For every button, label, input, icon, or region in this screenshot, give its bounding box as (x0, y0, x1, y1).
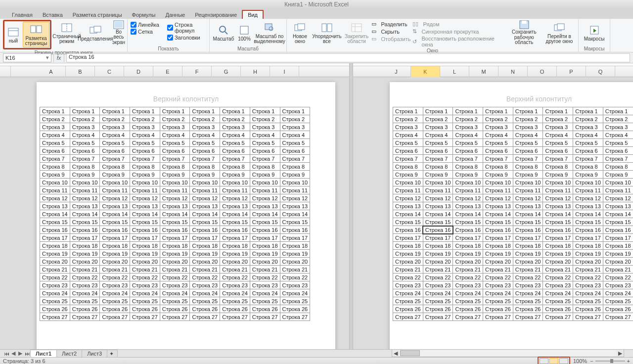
table-row[interactable]: Строка 2Строка 2Строка 2Строка 2Строка 2… (40, 115, 310, 123)
cell[interactable]: Строка 1 (543, 107, 573, 115)
cell[interactable]: Строка 22 (280, 273, 310, 281)
cell[interactable]: Строка 18 (190, 242, 220, 250)
cell[interactable]: Строка 23 (543, 281, 573, 289)
cell[interactable]: Строка 1 (100, 107, 130, 115)
cell[interactable]: Строка 21 (100, 266, 130, 273)
cell[interactable]: Строка 20 (100, 258, 130, 266)
cell[interactable]: Строка 17 (573, 234, 603, 242)
cell[interactable]: Строка 22 (100, 273, 130, 281)
cell[interactable]: Строка 11 (543, 186, 573, 194)
cell[interactable]: Строка 13 (190, 202, 220, 210)
cell[interactable]: Строка 10 (100, 179, 130, 186)
cell[interactable]: Строка 26 (543, 305, 573, 313)
cell[interactable]: Строка 26 (190, 305, 220, 313)
cell[interactable]: Строка 16 (483, 226, 513, 234)
cell[interactable]: Строка 16 (603, 226, 633, 234)
col-header-P[interactable]: P (557, 66, 586, 77)
cell[interactable]: Строка 19 (603, 250, 633, 258)
cell[interactable]: Строка 22 (543, 273, 573, 281)
cell[interactable]: Строка 15 (453, 218, 483, 226)
cell[interactable]: Строка 27 (423, 313, 453, 321)
cell[interactable]: Строка 8 (423, 163, 453, 171)
cell[interactable]: Строка 23 (160, 281, 190, 289)
cell[interactable]: Строка 14 (160, 210, 190, 218)
cell[interactable]: Строка 22 (130, 273, 160, 281)
sheet-tab-new[interactable]: ✦ (107, 350, 118, 358)
cell[interactable]: Строка 11 (513, 186, 543, 194)
col-header-H[interactable]: H (241, 66, 270, 77)
cell[interactable]: Строка 24 (280, 289, 310, 297)
cell[interactable]: Строка 24 (130, 289, 160, 297)
cell[interactable]: Строка 21 (483, 266, 513, 273)
cell[interactable]: Строка 19 (70, 250, 100, 258)
cell[interactable]: Строка 24 (250, 289, 280, 297)
cell[interactable]: Строка 5 (603, 139, 633, 147)
cell[interactable]: Строка 26 (160, 305, 190, 313)
table-row[interactable]: Строка 15Строка 15Строка 15Строка 15Стро… (40, 218, 310, 226)
cell[interactable]: Строка 10 (393, 179, 423, 186)
cell[interactable]: Строка 10 (543, 179, 573, 186)
cell[interactable]: Строка 26 (513, 305, 543, 313)
cell[interactable]: Строка 20 (573, 258, 603, 266)
col-header-Q[interactable]: Q (586, 66, 615, 77)
cell[interactable]: Строка 8 (483, 163, 513, 171)
cell[interactable]: Строка 1 (190, 107, 220, 115)
cell[interactable]: Строка 12 (220, 194, 250, 202)
col-header-I[interactable]: I (270, 66, 299, 77)
cell[interactable]: Строка 25 (423, 297, 453, 305)
btn-full-screen[interactable]: Во весь экран (111, 20, 127, 46)
cell[interactable]: Строка 1 (160, 107, 190, 115)
cell[interactable]: Строка 8 (513, 163, 543, 171)
cell[interactable]: Строка 27 (393, 313, 423, 321)
cell[interactable]: Строка 12 (573, 194, 603, 202)
table-row[interactable]: Строка 23Строка 23Строка 23Строка 23Стро… (40, 281, 310, 289)
cell[interactable]: Строка 15 (423, 218, 453, 226)
cell[interactable]: Строка 8 (130, 163, 160, 171)
cell[interactable]: Строка 18 (160, 242, 190, 250)
cell[interactable]: Строка 24 (573, 289, 603, 297)
cell[interactable]: Строка 21 (573, 266, 603, 273)
data-table-right[interactable]: Строка 1Строка 1Строка 1Строка 1Строка 1… (393, 107, 633, 321)
cell[interactable]: Строка 15 (40, 218, 70, 226)
cell[interactable]: Строка 11 (573, 186, 603, 194)
cell[interactable]: Строка 26 (220, 305, 250, 313)
cell[interactable]: Строка 6 (280, 147, 310, 155)
cell[interactable]: Строка 23 (603, 281, 633, 289)
cell[interactable]: Строка 5 (513, 139, 543, 147)
cell[interactable]: Строка 20 (220, 258, 250, 266)
cell[interactable]: Строка 2 (100, 115, 130, 123)
cell[interactable]: Строка 12 (40, 194, 70, 202)
cell[interactable]: Строка 17 (483, 234, 513, 242)
cell[interactable]: Строка 16 (513, 226, 543, 234)
cell[interactable]: Строка 19 (543, 250, 573, 258)
cell[interactable]: Строка 5 (100, 139, 130, 147)
cell[interactable]: Строка 26 (250, 305, 280, 313)
col-header-E[interactable]: E (153, 66, 182, 77)
cell[interactable]: Строка 19 (40, 250, 70, 258)
cell[interactable]: Строка 6 (513, 147, 543, 155)
cell[interactable]: Строка 16 (130, 226, 160, 234)
cell[interactable]: Строка 10 (280, 179, 310, 186)
cell[interactable]: Строка 19 (573, 250, 603, 258)
table-row[interactable]: Строка 25Строка 25Строка 25Строка 25Стро… (40, 297, 310, 305)
cell[interactable]: Строка 25 (190, 297, 220, 305)
cell[interactable]: Строка 14 (220, 210, 250, 218)
select-all-corner[interactable] (0, 66, 11, 77)
cell[interactable]: Строка 5 (393, 139, 423, 147)
cell[interactable]: Строка 2 (280, 115, 310, 123)
cell[interactable]: Строка 5 (453, 139, 483, 147)
cell[interactable]: Строка 16 (543, 226, 573, 234)
cell[interactable]: Строка 1 (483, 107, 513, 115)
cell[interactable]: Строка 11 (100, 186, 130, 194)
cell[interactable]: Строка 11 (70, 186, 100, 194)
cell[interactable]: Строка 17 (130, 234, 160, 242)
btn-normal-view[interactable]: ный (5, 22, 22, 47)
cell[interactable]: Строка 27 (160, 313, 190, 321)
cell[interactable]: Строка 6 (220, 147, 250, 155)
btn-macros[interactable]: Макросы (582, 20, 607, 46)
cell[interactable]: Строка 4 (70, 131, 100, 139)
cell[interactable]: Строка 25 (250, 297, 280, 305)
cell[interactable]: Строка 13 (423, 202, 453, 210)
sheet-nav-prev[interactable]: ◀ (10, 350, 17, 357)
chk-headings[interactable]: Заголовки (167, 35, 206, 41)
